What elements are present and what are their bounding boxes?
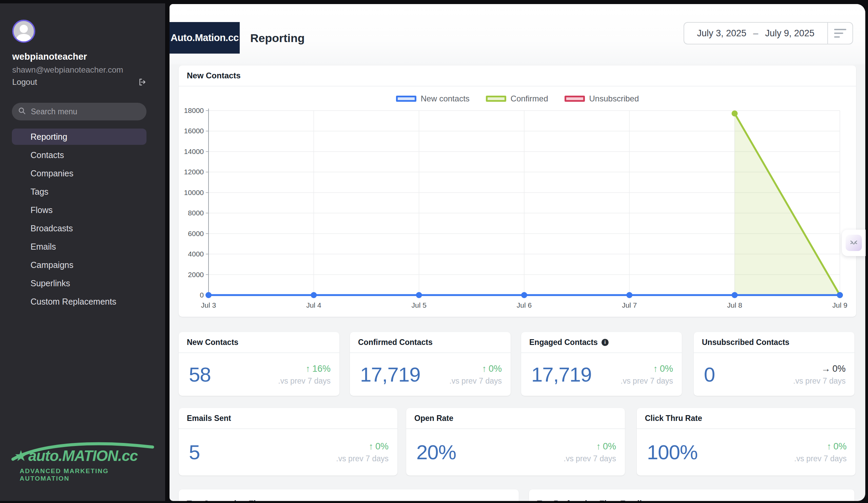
info-icon[interactable]: i xyxy=(601,339,609,346)
sidebar-item-companies[interactable]: Companies xyxy=(12,165,146,182)
footer-logo-text: auto.MATION.cc xyxy=(28,448,138,463)
stat-card-click-thru-rate: Click Thru Rate 100% ↑0% .vs prev 7 days xyxy=(637,408,856,475)
stat-title: Confirmed Contacts xyxy=(350,332,510,353)
username: webpianoteacher xyxy=(12,52,153,62)
svg-text:4000: 4000 xyxy=(188,250,204,258)
date-filter-button[interactable] xyxy=(827,23,852,44)
sidebar-item-emails[interactable]: Emails xyxy=(12,238,146,255)
automation-footer-logo: ★ auto.MATION.cc ADVANCED MARKETING AUTO… xyxy=(14,448,150,482)
brand-logo: Auto.Mation.cc xyxy=(169,22,240,54)
stat-delta: →0% xyxy=(793,363,846,374)
user-block: webpianoteacher shawn@webpianoteacher.co… xyxy=(0,3,165,87)
svg-text:14000: 14000 xyxy=(184,147,204,155)
top-converting-flows-panel: Top Converting Flows xyxy=(179,490,519,501)
stat-title: Unsubscribed Contacts xyxy=(694,332,855,353)
arrow-up-icon: ↑ xyxy=(482,363,487,374)
svg-text:2000: 2000 xyxy=(188,271,204,278)
svg-text:Jul 8: Jul 8 xyxy=(727,301,742,309)
svg-text:Jul 7: Jul 7 xyxy=(622,301,637,309)
stat-note: .vs prev 7 days xyxy=(793,377,846,386)
svg-text:Jul 3: Jul 3 xyxy=(201,301,216,309)
legend-swatch-red xyxy=(565,96,585,102)
sidebar-item-superlinks[interactable]: Superlinks xyxy=(12,275,146,291)
squint-face-icon xyxy=(846,235,862,251)
svg-text:10000: 10000 xyxy=(184,188,204,196)
stat-delta: ↑0% xyxy=(336,441,389,452)
top-performing-flow-emails-panel: Top Performing Flow Emails xyxy=(529,490,855,501)
date-range-picker[interactable]: July 3, 2025 – July 9, 2025 xyxy=(684,23,827,44)
stat-card-open-rate: Open Rate 20% ↑0% .vs prev 7 days xyxy=(406,408,625,475)
stat-card-engaged-contacts: Engaged Contacts i 17,719 ↑0% .vs prev 7… xyxy=(521,332,682,396)
stat-value: 17,719 xyxy=(531,363,592,386)
stat-delta: ↑0% xyxy=(794,441,847,452)
stat-card-emails-sent: Emails Sent 5 ↑0% .vs prev 7 days xyxy=(179,408,397,475)
stat-note: .vs prev 7 days xyxy=(620,377,673,386)
svg-text:Jul 6: Jul 6 xyxy=(517,301,532,309)
stat-note: .vs prev 7 days xyxy=(449,377,502,386)
panel-title: Top Performing Flow Emails xyxy=(529,490,855,501)
sidebar-item-custom-replacements[interactable]: Custom Replacements xyxy=(12,294,146,310)
stat-title: Click Thru Rate xyxy=(637,408,856,429)
sidebar-item-broadcasts[interactable]: Broadcasts xyxy=(12,220,146,236)
new-contacts-panel: New Contacts New contacts Confirmed Unsu… xyxy=(179,65,856,317)
stat-delta: ↑0% xyxy=(564,441,616,452)
stat-card-unsubscribed-contacts: Unsubscribed Contacts 0 →0% .vs prev 7 d… xyxy=(694,332,855,396)
date-range-end: July 9, 2025 xyxy=(765,28,814,39)
stat-value: 58 xyxy=(189,363,211,386)
stat-delta: ↑0% xyxy=(620,363,673,374)
sidebar-item-campaigns[interactable]: Campaigns xyxy=(12,257,146,273)
avatar-person-icon xyxy=(20,25,28,33)
arrow-up-icon: ↑ xyxy=(827,441,831,451)
svg-text:Jul 4: Jul 4 xyxy=(306,301,321,309)
arrow-up-icon: ↑ xyxy=(653,363,658,374)
logout-link[interactable]: Logout xyxy=(12,77,37,87)
stat-card-new-contacts: New Contacts 58 ↑16% .vs prev 7 days xyxy=(179,332,339,396)
header: Auto.Mation.cc Reporting July 3, 2025 – … xyxy=(169,4,865,64)
new-contacts-chart: 0200040006000800010000120001400016000180… xyxy=(179,86,856,317)
chart-panel-title: New Contacts xyxy=(179,65,856,86)
legend-swatch-blue xyxy=(396,96,416,102)
page-title: Reporting xyxy=(250,32,305,45)
user-email: shawn@webpianoteacher.com xyxy=(12,65,153,75)
stat-title: New Contacts xyxy=(179,332,339,353)
date-range-separator: – xyxy=(753,28,758,39)
feedback-widget[interactable] xyxy=(842,230,866,256)
avatar[interactable] xyxy=(12,20,35,43)
search-input[interactable] xyxy=(31,107,133,116)
sidebar-menu: Reporting Contacts Companies Tags Flows … xyxy=(12,129,146,310)
svg-text:12000: 12000 xyxy=(184,168,204,176)
stat-value: 0 xyxy=(704,363,715,386)
stat-delta: ↑0% xyxy=(449,363,502,374)
sidebar: webpianoteacher shawn@webpianoteacher.co… xyxy=(0,3,165,501)
stat-value: 20% xyxy=(416,441,456,464)
arrow-up-icon: ↑ xyxy=(369,441,373,451)
sidebar-search[interactable] xyxy=(12,103,146,120)
svg-text:8000: 8000 xyxy=(188,209,204,217)
arrow-up-icon: ↑ xyxy=(306,363,310,374)
main-panel: Auto.Mation.cc Reporting July 3, 2025 – … xyxy=(169,4,865,501)
legend-new-contacts[interactable]: New contacts xyxy=(396,94,469,103)
stat-note: .vs prev 7 days xyxy=(278,377,331,386)
date-range-control: July 3, 2025 – July 9, 2025 xyxy=(683,22,853,44)
arrow-right-icon: → xyxy=(821,363,830,374)
legend-swatch-green xyxy=(486,96,506,102)
legend-confirmed[interactable]: Confirmed xyxy=(486,94,548,103)
stat-note: .vs prev 7 days xyxy=(564,454,616,463)
legend-unsubscribed[interactable]: Unsubscribed xyxy=(565,94,639,103)
stat-value: 5 xyxy=(189,441,200,464)
chart-legend: New contacts Confirmed Unsubscribed xyxy=(179,94,856,103)
sidebar-item-contacts[interactable]: Contacts xyxy=(12,147,146,163)
sidebar-item-flows[interactable]: Flows xyxy=(12,202,146,218)
search-icon xyxy=(18,107,26,116)
footer-logo-subtext: ADVANCED MARKETING AUTOMATION xyxy=(20,468,150,482)
sidebar-item-tags[interactable]: Tags xyxy=(12,184,146,200)
sidebar-item-reporting[interactable]: Reporting xyxy=(12,129,146,145)
stat-value: 17,719 xyxy=(360,363,421,386)
panel-title: Top Converting Flows xyxy=(179,490,519,501)
svg-text:Jul 5: Jul 5 xyxy=(411,301,426,309)
align-left-filter-icon xyxy=(834,29,846,38)
star-icon: ★ xyxy=(14,448,28,463)
stat-title: Engaged Contacts xyxy=(529,338,598,347)
logout-icon[interactable] xyxy=(138,78,147,86)
date-range-start: July 3, 2025 xyxy=(697,28,747,39)
